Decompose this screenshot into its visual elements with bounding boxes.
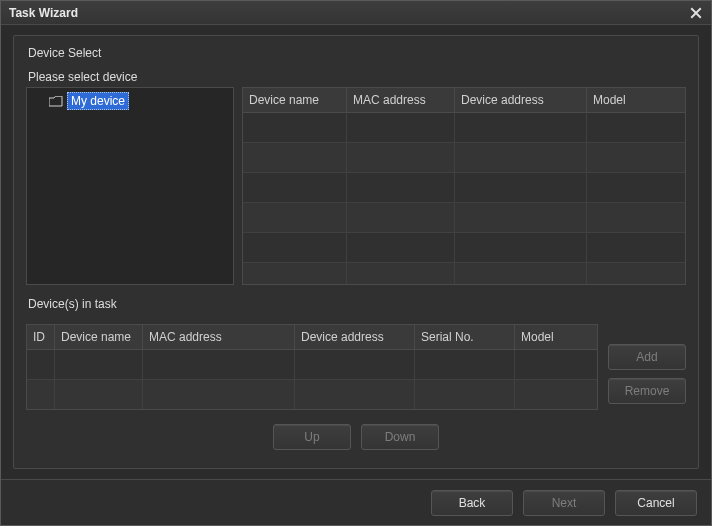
- col-device-name[interactable]: Device name: [55, 325, 143, 349]
- cell: [295, 380, 415, 409]
- cell: [587, 233, 685, 263]
- cell: [143, 380, 295, 409]
- col-device-name[interactable]: Device name: [243, 88, 347, 112]
- cell: [347, 263, 455, 284]
- col-mac-address[interactable]: MAC address: [347, 88, 455, 112]
- col-model[interactable]: Model: [515, 325, 597, 349]
- device-select-panel: Device Select Please select device My de…: [13, 35, 699, 469]
- cell: [415, 350, 515, 380]
- remove-button[interactable]: Remove: [608, 378, 686, 404]
- cell: [243, 143, 347, 173]
- grid-body: [243, 113, 685, 284]
- cell: [455, 143, 587, 173]
- available-devices-grid[interactable]: Device name MAC address Device address M…: [242, 87, 686, 285]
- col-mac-address[interactable]: MAC address: [143, 325, 295, 349]
- up-button[interactable]: Up: [273, 424, 351, 450]
- tree-item-label: My device: [67, 92, 129, 110]
- cell: [347, 113, 455, 143]
- device-tree[interactable]: My device: [26, 87, 234, 285]
- grid-header: ID Device name MAC address Device addres…: [27, 325, 597, 350]
- dialog-body: Device Select Please select device My de…: [1, 25, 711, 479]
- cell: [243, 233, 347, 263]
- add-remove-buttons: Add Remove: [608, 324, 686, 410]
- cell: [27, 350, 55, 380]
- folder-icon: [49, 96, 63, 107]
- table-row[interactable]: [243, 143, 685, 173]
- cell: [347, 143, 455, 173]
- cell: [243, 203, 347, 233]
- cell: [243, 173, 347, 203]
- add-button[interactable]: Add: [608, 344, 686, 370]
- task-devices-grid[interactable]: ID Device name MAC address Device addres…: [26, 324, 598, 410]
- close-icon[interactable]: [687, 4, 705, 22]
- cell: [55, 350, 143, 380]
- cell: [455, 113, 587, 143]
- col-serial-no[interactable]: Serial No.: [415, 325, 515, 349]
- col-device-address[interactable]: Device address: [455, 88, 587, 112]
- devices-in-task-label: Device(s) in task: [28, 297, 686, 311]
- cell: [347, 173, 455, 203]
- grid-header: Device name MAC address Device address M…: [243, 88, 685, 113]
- cell: [27, 380, 55, 409]
- back-button[interactable]: Back: [431, 490, 513, 516]
- cell: [587, 113, 685, 143]
- select-device-label: Please select device: [28, 70, 686, 84]
- cancel-button[interactable]: Cancel: [615, 490, 697, 516]
- reorder-buttons: Up Down: [26, 424, 686, 450]
- wizard-footer: Back Next Cancel: [1, 479, 711, 525]
- table-row[interactable]: [243, 263, 685, 284]
- table-row[interactable]: [243, 113, 685, 143]
- titlebar: Task Wizard: [1, 1, 711, 25]
- cell: [295, 350, 415, 380]
- task-wizard-window: Task Wizard Device Select Please select …: [0, 0, 712, 526]
- cell: [587, 203, 685, 233]
- cell: [455, 203, 587, 233]
- table-row[interactable]: [27, 380, 597, 409]
- col-device-address[interactable]: Device address: [295, 325, 415, 349]
- next-button[interactable]: Next: [523, 490, 605, 516]
- lower-area: ID Device name MAC address Device addres…: [26, 324, 686, 410]
- cell: [587, 263, 685, 284]
- section-title: Device Select: [28, 46, 686, 60]
- col-id[interactable]: ID: [27, 325, 55, 349]
- table-row[interactable]: [243, 203, 685, 233]
- cell: [515, 380, 597, 409]
- col-model[interactable]: Model: [587, 88, 685, 112]
- upper-area: My device Device name MAC address Device…: [26, 87, 686, 285]
- cell: [587, 173, 685, 203]
- cell: [415, 380, 515, 409]
- table-row[interactable]: [27, 350, 597, 380]
- tree-item-root[interactable]: My device: [33, 92, 227, 110]
- cell: [143, 350, 295, 380]
- cell: [515, 350, 597, 380]
- cell: [455, 173, 587, 203]
- window-title: Task Wizard: [9, 6, 78, 20]
- cell: [347, 233, 455, 263]
- cell: [55, 380, 143, 409]
- cell: [587, 143, 685, 173]
- cell: [243, 113, 347, 143]
- table-row[interactable]: [243, 233, 685, 263]
- table-row[interactable]: [243, 173, 685, 203]
- cell: [347, 203, 455, 233]
- grid-body: [27, 350, 597, 409]
- down-button[interactable]: Down: [361, 424, 439, 450]
- cell: [455, 233, 587, 263]
- cell: [243, 263, 347, 284]
- cell: [455, 263, 587, 284]
